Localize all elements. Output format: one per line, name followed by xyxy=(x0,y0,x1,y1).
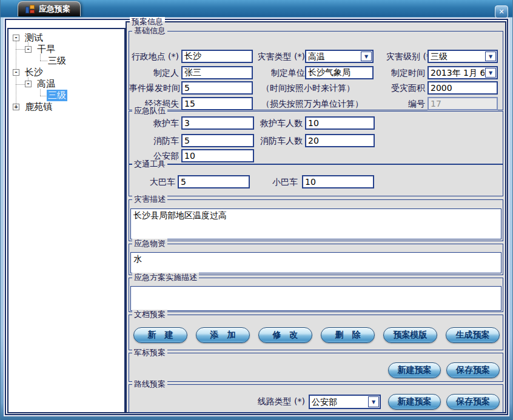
tree-guide-line xyxy=(40,89,41,96)
modify-button[interactable]: 修 改 xyxy=(258,327,312,343)
panel-rim: - 测试 - 干旱 三级 - 长沙 - 高温 三级 + xyxy=(4,18,509,416)
date-value: 2013年 1月 6日 xyxy=(429,67,485,78)
outbreak-time-input[interactable] xyxy=(181,81,253,95)
hint-text: （时间按照小时来计算） xyxy=(261,81,355,95)
unit-input[interactable] xyxy=(305,66,374,79)
dropdown-arrow-icon[interactable]: ▼ xyxy=(361,52,372,61)
transport-group: 交通工具 大巴车 小巴车 xyxy=(129,164,503,196)
tree-item-label[interactable]: 三级 xyxy=(47,55,67,67)
ambulance-input[interactable] xyxy=(181,116,254,130)
doc-plan-group: 文档预案 新 建 添 加 修 改 删 除 预案模版 生成预案 xyxy=(129,315,503,350)
tree-item-level3-selected[interactable]: 三级 xyxy=(8,90,124,101)
disaster-level-select[interactable]: 三级 ▼ xyxy=(428,50,498,63)
delete-button[interactable]: 删 除 xyxy=(321,327,375,343)
field-label: 制定人 xyxy=(129,66,179,79)
group-title: 应急方案实施描述 xyxy=(132,273,199,282)
field-label: 消防车 xyxy=(129,134,179,147)
tree-item-hightemp[interactable]: - 高温 xyxy=(8,78,124,90)
new-plan-button[interactable]: 新建预案 xyxy=(388,362,441,378)
generate-plan-button[interactable]: 生成预案 xyxy=(446,327,500,343)
tree-item-level3-drought[interactable]: 三级 xyxy=(8,55,124,67)
big-bus-input[interactable] xyxy=(178,175,250,188)
tree-item-changsha[interactable]: - 长沙 xyxy=(8,67,124,78)
plan-info-group: 预案信息 基础信息 行政地点 (*) 灾害类型 (*) 高温 ▼ 灾害级别 (*… xyxy=(126,21,506,413)
window-title: 应急预案 xyxy=(39,4,70,15)
fire-truck-staff-input[interactable] xyxy=(305,134,375,147)
close-button[interactable]: ✕ xyxy=(495,5,508,18)
dropdown-arrow-icon[interactable]: ▼ xyxy=(485,68,496,78)
disaster-desc-group: 灾害描述 长沙县局部地区温度过高 xyxy=(129,199,503,241)
add-button[interactable]: 添 加 xyxy=(196,327,250,343)
serial-number-input xyxy=(428,97,498,110)
field-label: 救护车人数 xyxy=(254,116,303,130)
military-plan-group: 军标预案 新建预案 保存预案 xyxy=(129,353,503,382)
field-label: 小巴车 xyxy=(252,175,298,188)
group-title: 应急队伍 xyxy=(132,106,167,116)
dropdown-arrow-icon[interactable]: ▼ xyxy=(368,396,379,407)
form-row: 行政地点 (*) 灾害类型 (*) 高温 ▼ 灾害级别 (*) 三级 ▼ xyxy=(129,50,503,63)
expand-minus-icon[interactable]: - xyxy=(13,69,19,76)
plan-tree: - 测试 - 干旱 三级 - 长沙 - 高温 三级 + xyxy=(7,28,126,413)
group-title: 交通工具 xyxy=(132,159,167,169)
field-label: 救护车 xyxy=(129,116,179,130)
police-input[interactable] xyxy=(181,149,254,162)
group-title: 路线预案 xyxy=(132,379,167,389)
create-time-datepicker[interactable]: 2013年 1月 6日 ▼ xyxy=(428,66,498,79)
tree-item-label[interactable]: 高温 xyxy=(36,78,56,90)
impl-desc-textarea[interactable] xyxy=(130,286,501,311)
plan-template-button[interactable]: 预案模版 xyxy=(383,327,437,343)
form-row: 经济损失 （损失按照万为单位计算） 编号 xyxy=(129,97,503,110)
form-row: 大巴车 小巴车 xyxy=(129,175,503,188)
group-title: 预案信息 xyxy=(130,17,165,27)
tree-item-test[interactable]: - 测试 xyxy=(8,32,124,44)
form-row: 事件爆发时间 （时间按照小时来计算） 受灾面积 xyxy=(129,81,503,95)
affected-area-input[interactable] xyxy=(428,81,498,95)
field-label: 线路类型 (*) xyxy=(232,395,305,408)
route-type-select[interactable]: 公安部 ▼ xyxy=(309,395,381,409)
tree-item-label[interactable]: 干旱 xyxy=(36,44,56,55)
disaster-desc-textarea[interactable]: 长沙县局部地区温度过高 xyxy=(130,208,501,239)
window-tab[interactable]: 应急预案 xyxy=(18,1,81,16)
hint-text: （损失按照万为单位计算） xyxy=(261,97,363,110)
economic-loss-input[interactable] xyxy=(181,97,253,110)
impl-desc-group: 应急方案实施描述 xyxy=(129,278,503,312)
disaster-type-select[interactable]: 高温 ▼ xyxy=(305,50,374,63)
field-label: 行政地点 (*) xyxy=(129,50,179,63)
basic-info-group: 基础信息 行政地点 (*) 灾害类型 (*) 高温 ▼ 灾害级别 (*) 三级 … xyxy=(129,31,503,110)
field-label: 受灾面积 xyxy=(386,81,425,95)
tree-item-luyuan[interactable]: + 鹿苑镇 xyxy=(8,101,124,113)
emergency-team-group: 应急队伍 救护车 救护车人数 消防车 消防车人数 公安部 xyxy=(129,111,503,164)
tree-guide-line xyxy=(40,61,47,61)
form-row: 公安部 xyxy=(129,149,503,162)
expand-minus-icon[interactable]: - xyxy=(13,35,19,41)
expand-plus-icon[interactable]: + xyxy=(13,104,19,110)
expand-minus-icon[interactable]: - xyxy=(25,46,32,53)
expand-minus-icon[interactable]: - xyxy=(25,81,32,87)
content-panel: - 测试 - 干旱 三级 - 长沙 - 高温 三级 + xyxy=(5,19,508,415)
ambulance-staff-input[interactable] xyxy=(305,116,375,130)
tree-item-label[interactable]: 测试 xyxy=(24,32,44,44)
fire-truck-input[interactable] xyxy=(181,134,254,147)
tree-guide-line xyxy=(40,54,41,61)
route-plan-buttons: 新建预案 保存预案 xyxy=(388,394,500,410)
new-button[interactable]: 新 建 xyxy=(133,327,187,343)
group-title: 灾害描述 xyxy=(132,195,167,204)
field-label: 制定单位 xyxy=(254,66,305,79)
new-plan-button[interactable]: 新建预案 xyxy=(388,394,441,410)
supplies-textarea[interactable]: 水 xyxy=(130,252,501,273)
tree-item-label[interactable]: 长沙 xyxy=(24,67,44,78)
admin-location-input[interactable] xyxy=(181,50,253,63)
small-bus-input[interactable] xyxy=(302,175,374,188)
tree-item-label[interactable]: 鹿苑镇 xyxy=(24,101,53,113)
tree-guide-line xyxy=(16,84,25,85)
creator-input[interactable] xyxy=(181,66,253,79)
dropdown-arrow-icon[interactable]: ▼ xyxy=(485,52,496,61)
save-plan-button[interactable]: 保存预案 xyxy=(446,394,500,410)
tree-item-label-selected[interactable]: 三级 xyxy=(47,90,67,101)
tree-item-drought[interactable]: - 干旱 xyxy=(8,44,124,55)
group-title: 军标预案 xyxy=(132,348,167,358)
selected-option: 三级 xyxy=(429,51,485,62)
supplies-group: 应急物资 水 xyxy=(129,244,503,275)
save-plan-button[interactable]: 保存预案 xyxy=(446,362,500,378)
close-icon: ✕ xyxy=(498,8,504,16)
